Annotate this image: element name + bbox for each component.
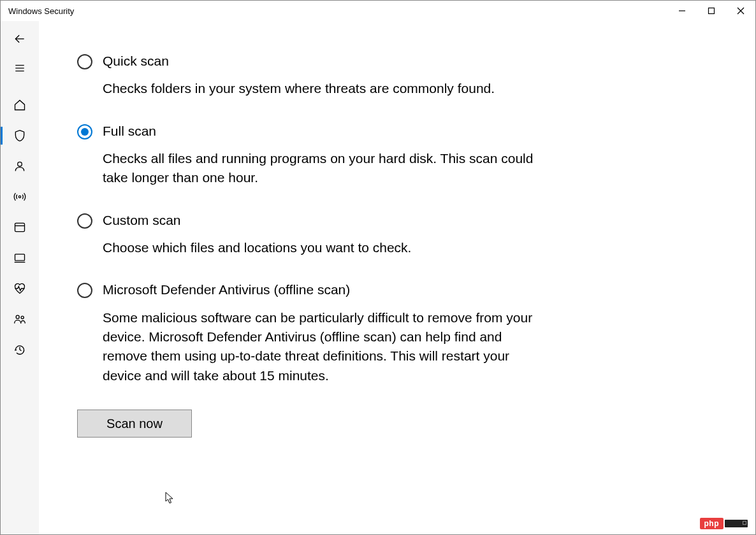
close-button[interactable] bbox=[726, 1, 755, 21]
titlebar: Windows Security bbox=[1, 1, 755, 21]
account-icon bbox=[13, 160, 26, 173]
sidebar bbox=[1, 21, 39, 534]
svg-point-9 bbox=[18, 196, 20, 197]
home-icon bbox=[13, 99, 26, 111]
option-full-scan[interactable]: Full scan Checks all files and running p… bbox=[77, 123, 549, 188]
option-desc: Checks all files and running programs on… bbox=[103, 149, 549, 188]
svg-rect-10 bbox=[15, 223, 25, 231]
option-title: Microsoft Defender Antivirus (offline sc… bbox=[103, 282, 549, 297]
radio-offline-scan[interactable] bbox=[77, 283, 92, 298]
sidebar-item-account[interactable] bbox=[1, 151, 39, 182]
health-icon bbox=[13, 282, 26, 295]
sidebar-item-health[interactable] bbox=[1, 273, 39, 304]
window: Windows Security bbox=[0, 0, 756, 535]
option-title: Quick scan bbox=[103, 53, 549, 69]
radio-quick-scan[interactable] bbox=[77, 54, 92, 69]
radio-custom-scan[interactable] bbox=[77, 213, 92, 229]
svg-point-15 bbox=[21, 316, 24, 318]
option-title: Full scan bbox=[103, 123, 549, 139]
app-icon bbox=[13, 221, 26, 234]
sidebar-item-back[interactable] bbox=[1, 26, 39, 52]
sidebar-item-shield[interactable] bbox=[1, 120, 39, 151]
history-icon bbox=[13, 343, 26, 356]
titlebar-controls bbox=[667, 1, 755, 21]
network-icon bbox=[13, 190, 26, 203]
sidebar-item-menu[interactable] bbox=[1, 55, 39, 81]
svg-point-8 bbox=[18, 162, 22, 166]
radio-full-scan[interactable] bbox=[77, 124, 92, 139]
minimize-icon bbox=[678, 7, 686, 15]
svg-rect-12 bbox=[15, 254, 25, 260]
option-quick-scan[interactable]: Quick scan Checks folders in your system… bbox=[77, 53, 549, 99]
option-body: Custom scan Choose which files and locat… bbox=[103, 212, 549, 258]
option-desc: Some malicious software can be particula… bbox=[103, 308, 549, 386]
svg-rect-1 bbox=[709, 8, 715, 14]
sidebar-item-app[interactable] bbox=[1, 212, 39, 243]
sidebar-item-history[interactable] bbox=[1, 334, 39, 365]
svg-point-14 bbox=[16, 315, 19, 318]
option-desc: Choose which files and locations you wan… bbox=[103, 238, 549, 257]
content: Quick scan Checks folders in your system… bbox=[39, 21, 755, 534]
badge-text: php bbox=[700, 518, 724, 529]
option-title: Custom scan bbox=[103, 212, 549, 228]
sidebar-item-family[interactable] bbox=[1, 304, 39, 334]
scan-now-button[interactable]: Scan now bbox=[77, 410, 192, 438]
back-icon bbox=[13, 32, 26, 45]
watermark-badge: php bbox=[700, 518, 748, 529]
family-icon bbox=[13, 313, 26, 325]
sidebar-item-home[interactable] bbox=[1, 90, 39, 120]
menu-icon bbox=[13, 62, 26, 75]
maximize-icon bbox=[708, 7, 715, 15]
body: Quick scan Checks folders in your system… bbox=[1, 21, 755, 534]
window-title: Windows Security bbox=[8, 6, 74, 16]
option-custom-scan[interactable]: Custom scan Choose which files and locat… bbox=[77, 212, 549, 258]
option-body: Quick scan Checks folders in your system… bbox=[103, 53, 549, 99]
shield-icon bbox=[13, 129, 26, 142]
device-icon bbox=[13, 252, 26, 264]
sidebar-item-device[interactable] bbox=[1, 243, 39, 273]
sidebar-item-network[interactable] bbox=[1, 182, 39, 212]
option-body: Microsoft Defender Antivirus (offline sc… bbox=[103, 282, 549, 385]
option-offline-scan[interactable]: Microsoft Defender Antivirus (offline sc… bbox=[77, 282, 549, 385]
option-body: Full scan Checks all files and running p… bbox=[103, 123, 549, 188]
close-icon bbox=[737, 7, 745, 15]
option-desc: Checks folders in your system where thre… bbox=[103, 79, 549, 98]
maximize-button[interactable] bbox=[697, 1, 726, 21]
minimize-button[interactable] bbox=[667, 1, 697, 21]
badge-bar bbox=[725, 520, 748, 527]
